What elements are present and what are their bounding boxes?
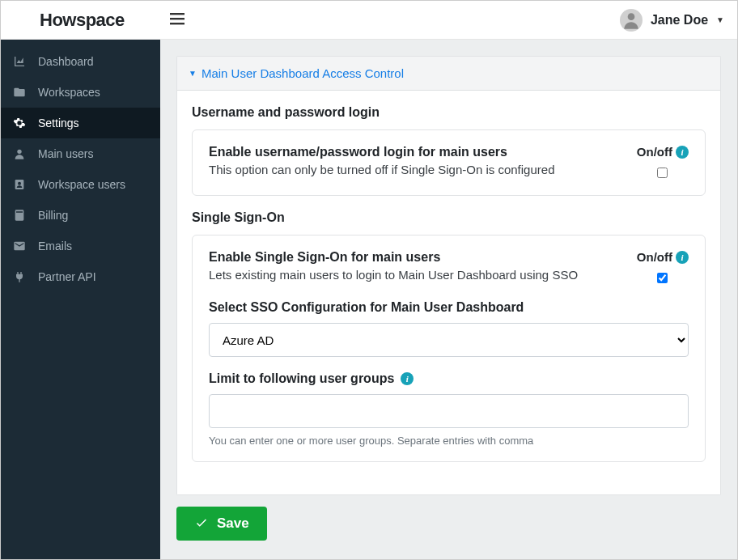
sso-card: Enable Single Sign-On for main users Let… (192, 235, 706, 462)
avatar (620, 9, 643, 32)
panel-body: Username and password login Enable usern… (176, 91, 721, 495)
svg-rect-1 (170, 18, 184, 19)
sidebar-item-workspaces[interactable]: Workspaces (1, 77, 160, 108)
svg-rect-0 (170, 13, 184, 15)
svg-point-3 (628, 13, 635, 20)
book-icon (12, 209, 27, 222)
top-header: Howspace Jane Doe ▼ (1, 1, 737, 40)
sidebar-item-emails[interactable]: Emails (1, 231, 160, 261)
plug-icon (12, 270, 27, 283)
caret-down-icon: ▼ (189, 69, 197, 78)
sidebar-item-main-users[interactable]: Main users (1, 138, 160, 169)
info-icon[interactable]: i (676, 251, 689, 264)
onoff-label: On/off (637, 145, 672, 159)
sidebar-item-label: Dashboard (38, 55, 94, 68)
panel-title: Main User Dashboard Access Control (201, 66, 404, 80)
main-content: ▼ Main User Dashboard Access Control Use… (160, 40, 737, 559)
hamburger-menu-icon[interactable] (170, 12, 184, 28)
sidebar: DashboardWorkspacesSettingsMain usersWor… (1, 40, 160, 559)
check-icon (194, 516, 209, 531)
gear-icon (12, 117, 27, 129)
sso-option-desc: Lets existing main users to login to Mai… (209, 268, 624, 282)
user-groups-label: Limit to following user groups (209, 371, 394, 386)
username-section-heading: Username and password login (192, 105, 706, 120)
user-badge-icon (12, 178, 27, 191)
info-icon[interactable]: i (676, 146, 689, 159)
sidebar-item-partner-api[interactable]: Partner API (1, 261, 160, 292)
username-login-card: Enable username/password login for main … (192, 129, 706, 196)
user-icon (12, 147, 27, 160)
save-button-label: Save (217, 515, 249, 532)
info-icon[interactable]: i (401, 372, 414, 385)
sidebar-item-billing[interactable]: Billing (1, 200, 160, 231)
svg-point-6 (18, 182, 21, 185)
user-name: Jane Doe (651, 13, 708, 28)
sidebar-item-label: Emails (38, 240, 72, 252)
sidebar-item-label: Settings (38, 117, 79, 129)
sso-config-label: Select SSO Configuration for Main User D… (209, 300, 689, 315)
sidebar-item-workspace-users[interactable]: Workspace users (1, 169, 160, 200)
user-menu[interactable]: Jane Doe ▼ (620, 9, 724, 32)
sso-config-select[interactable]: Azure AD (209, 323, 689, 357)
username-option-title: Enable username/password login for main … (209, 145, 624, 159)
sidebar-item-settings[interactable]: Settings (1, 108, 160, 138)
user-groups-helper: You can enter one or more user groups. S… (209, 435, 689, 447)
folder-open-icon (12, 86, 27, 99)
onoff-label: On/off (637, 250, 672, 264)
svg-rect-2 (170, 23, 184, 24)
sidebar-item-label: Billing (38, 209, 68, 222)
user-groups-input[interactable] (209, 394, 689, 428)
caret-down-icon: ▼ (716, 15, 724, 24)
chart-area-icon (12, 55, 27, 68)
username-login-toggle[interactable] (657, 168, 668, 178)
panel-header[interactable]: ▼ Main User Dashboard Access Control (176, 56, 721, 91)
sidebar-item-label: Workspace users (38, 178, 125, 191)
svg-point-4 (17, 150, 21, 154)
sidebar-item-label: Main users (38, 147, 93, 160)
envelope-icon (12, 240, 27, 252)
sso-option-title: Enable Single Sign-On for main users (209, 250, 624, 265)
save-button[interactable]: Save (176, 507, 267, 541)
sso-section-heading: Single Sign-On (192, 210, 706, 225)
sso-toggle[interactable] (657, 273, 668, 283)
username-option-desc: This option can only be turned off if Si… (209, 163, 624, 176)
sidebar-item-label: Workspaces (38, 86, 100, 99)
logo: Howspace (40, 10, 125, 31)
sidebar-item-dashboard[interactable]: Dashboard (1, 46, 160, 77)
sidebar-item-label: Partner API (38, 270, 96, 283)
